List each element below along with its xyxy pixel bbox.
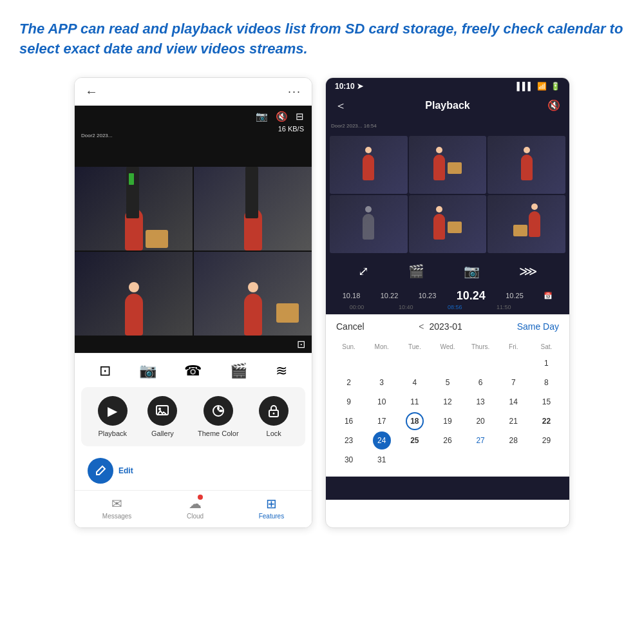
tab-messages[interactable]: ✉ Messages (102, 496, 132, 520)
bottom-black-bar (326, 477, 569, 500)
menu-section: ▶ Playback Gallery (81, 387, 305, 446)
date-1018[interactable]: 10.18 (343, 292, 361, 299)
edit-section[interactable]: Edit (75, 451, 312, 490)
phone-right: 10:10 ➤ ▌▌▌ 📶 🔋 ＜ Playback 🔇 Door2 2023.… (325, 77, 570, 528)
dow-sat: Sat. (530, 342, 563, 352)
menu-item-playback[interactable]: ▶ Playback (98, 396, 128, 437)
cal-day-2[interactable]: 2 (340, 374, 358, 392)
video-cell-1[interactable] (75, 167, 193, 251)
cal-day-9[interactable]: 9 (340, 393, 358, 411)
cal-day-19[interactable]: 19 (439, 412, 457, 430)
cal-day-24-today[interactable]: 24 (373, 431, 391, 450)
calendar-nav-icon[interactable]: 📅 (544, 292, 553, 300)
cal-day-11[interactable]: 11 (406, 393, 424, 411)
cal-day-1[interactable]: 1 (537, 354, 555, 372)
expand-icon[interactable]: ⊡ (297, 339, 305, 350)
signal-icon: ▌▌▌ (516, 82, 533, 91)
cal-day-empty (439, 451, 457, 469)
filter-icon[interactable]: ≋ (276, 363, 287, 379)
snapshot-icon[interactable]: 📷 (139, 363, 156, 379)
rv-cell-6[interactable] (488, 195, 565, 253)
record-icon[interactable]: 🎬 (230, 363, 247, 379)
video-cell-2[interactable] (194, 167, 312, 251)
snapshot-icon-right[interactable]: 📷 (464, 263, 480, 279)
cal-day-31[interactable]: 31 (373, 451, 391, 469)
cal-day-21[interactable]: 21 (504, 412, 522, 430)
menu-item-lock[interactable]: Lock (259, 396, 289, 437)
tab-features[interactable]: ⊞ Features (259, 496, 284, 520)
cal-prev-arrow[interactable]: < (419, 321, 424, 332)
mute-icon-left[interactable]: 🔇 (276, 111, 288, 122)
rv-cell-2[interactable] (409, 136, 487, 194)
tab-cloud[interactable]: ☁ Cloud (187, 496, 204, 520)
cal-day-12[interactable]: 12 (439, 393, 457, 411)
cal-day-empty (537, 451, 555, 469)
cal-day-17[interactable]: 17 (373, 412, 391, 430)
door-label-right: Door2 2023... 16:54 (331, 123, 377, 129)
time-0: 00:00 (350, 304, 365, 310)
video-cell-4[interactable] (194, 252, 312, 336)
playback-label: Playback (98, 430, 127, 437)
cal-day-empty (504, 451, 522, 469)
video-cell-3[interactable] (75, 252, 193, 336)
cal-day-7[interactable]: 7 (504, 374, 522, 392)
layout-toggle-icon[interactable]: ⊡ (99, 363, 111, 379)
bottom-bar-left: ⊡ 📷 ☎ 🎬 ≋ ▶ Playback (75, 353, 312, 527)
wifi-icon: 📶 (537, 82, 547, 91)
cal-day-5[interactable]: 5 (439, 374, 457, 392)
cal-day-22[interactable]: 22 (537, 412, 555, 430)
tab-bar-left: ✉ Messages ☁ Cloud ⊞ Features (75, 490, 312, 524)
cal-day-empty (373, 354, 391, 372)
cal-day-27[interactable]: 27 (471, 431, 489, 450)
fullscreen-icon[interactable]: ⤢ (358, 263, 369, 279)
cal-day-4[interactable]: 4 (406, 374, 424, 392)
phone-icon[interactable]: ☎ (184, 363, 202, 379)
same-day-button[interactable]: Same Day (517, 321, 559, 332)
door-label: Door2 2023... (75, 133, 312, 141)
back-arrow-icon[interactable]: ← (85, 84, 98, 99)
status-icons: ▌▌▌ 📶 🔋 (516, 82, 560, 91)
date-1024-active[interactable]: 10.24 (457, 289, 486, 303)
cal-week-3: 9 10 11 12 13 14 15 (332, 393, 563, 411)
cancel-button[interactable]: Cancel (336, 321, 365, 332)
menu-item-gallery[interactable]: Gallery (147, 396, 177, 437)
cal-day-8[interactable]: 8 (537, 374, 555, 392)
features-label: Features (259, 513, 284, 520)
rv-cell-5[interactable] (409, 195, 487, 253)
cal-day-30[interactable]: 30 (340, 451, 358, 469)
camera-icon[interactable]: 📷 (256, 111, 268, 122)
back-icon-right[interactable]: ＜ (335, 98, 346, 113)
status-bar-right: 10:10 ➤ ▌▌▌ 📶 🔋 (326, 78, 569, 95)
headline: The APP can read and playback videos lis… (19, 19, 625, 59)
cal-day-empty (439, 354, 457, 372)
cal-day-20[interactable]: 20 (471, 412, 489, 430)
cal-day-29[interactable]: 29 (537, 431, 555, 450)
cal-day-18[interactable]: 18 (406, 412, 424, 430)
phones-row: ← ··· 📷 🔇 ⊟ 16 KB/S Door2 2023... (19, 77, 625, 528)
gallery-icon-circle (147, 396, 177, 426)
cal-day-16[interactable]: 16 (340, 412, 358, 430)
cal-day-23[interactable]: 23 (340, 431, 358, 450)
rv-cell-1[interactable] (330, 136, 408, 194)
date-1025[interactable]: 10.25 (506, 292, 524, 299)
time-2-active: 08:56 (448, 304, 462, 310)
cal-day-13[interactable]: 13 (471, 393, 489, 411)
layout-icon[interactable]: ⊟ (296, 111, 304, 122)
cal-day-10[interactable]: 10 (373, 393, 391, 411)
date-1022[interactable]: 10.22 (381, 292, 399, 299)
cal-day-14[interactable]: 14 (504, 393, 522, 411)
date-1023[interactable]: 10.23 (419, 292, 437, 299)
rv-cell-4[interactable] (330, 195, 408, 253)
more-dots-icon[interactable]: ··· (288, 85, 301, 99)
cal-day-25[interactable]: 25 (406, 431, 424, 450)
cal-day-26[interactable]: 26 (439, 431, 457, 450)
mute-icon-right[interactable]: 🔇 (547, 99, 560, 111)
cal-day-15[interactable]: 15 (537, 393, 555, 411)
rv-cell-3[interactable] (488, 136, 565, 194)
menu-item-theme[interactable]: Theme Color (198, 396, 239, 437)
record-icon-right[interactable]: 🎬 (408, 263, 424, 279)
cal-day-6[interactable]: 6 (471, 374, 489, 392)
cal-day-28[interactable]: 28 (504, 431, 522, 450)
cal-day-3[interactable]: 3 (373, 374, 391, 392)
more-icon[interactable]: ⋙ (519, 263, 537, 279)
